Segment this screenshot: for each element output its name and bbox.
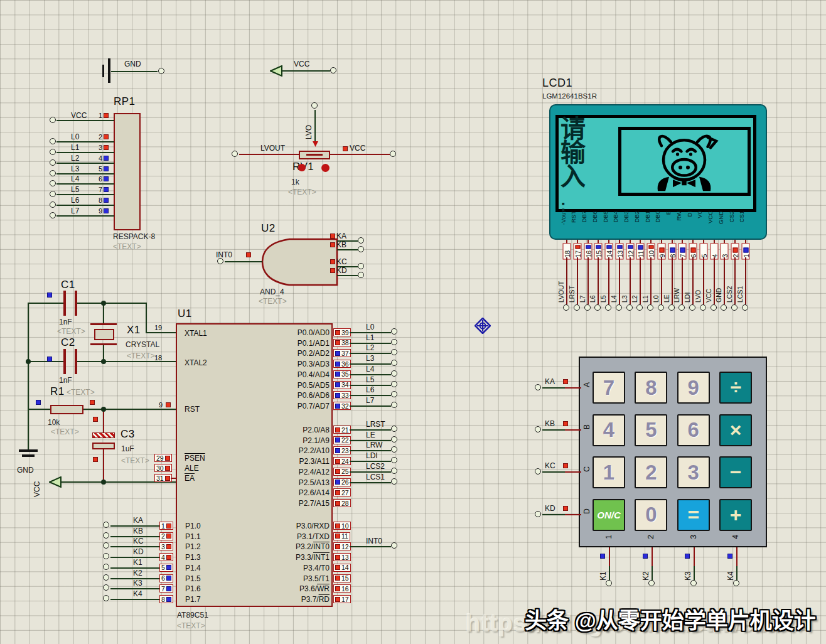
terminal-circle[interactable] bbox=[50, 191, 56, 197]
terminal-circle[interactable] bbox=[103, 532, 109, 539]
terminal-circle[interactable] bbox=[391, 468, 397, 474]
terminal-circle[interactable] bbox=[678, 304, 685, 311]
keypad-key[interactable]: 1 bbox=[593, 456, 625, 488]
r1-resistor[interactable] bbox=[50, 405, 83, 414]
terminal-circle[interactable] bbox=[391, 370, 397, 377]
keypad-key[interactable]: 7 bbox=[593, 372, 625, 404]
terminal-circle[interactable] bbox=[391, 457, 397, 463]
terminal-circle[interactable] bbox=[721, 304, 727, 311]
terminal-circle[interactable] bbox=[391, 349, 397, 355]
terminal-circle[interactable] bbox=[358, 246, 364, 252]
terminal-circle[interactable] bbox=[50, 117, 56, 123]
terminal-circle[interactable] bbox=[668, 304, 675, 311]
keypad-key[interactable]: + bbox=[719, 499, 752, 531]
pin-number: 7 bbox=[99, 186, 102, 193]
terminal-circle[interactable] bbox=[50, 159, 56, 166]
terminal-circle[interactable] bbox=[391, 360, 397, 366]
terminal-circle[interactable] bbox=[594, 304, 601, 311]
keypad-key[interactable]: 0 bbox=[635, 499, 667, 531]
terminal-circle[interactable] bbox=[574, 304, 580, 311]
terminal-circle[interactable] bbox=[616, 304, 622, 311]
lcd-pin-name: CS1 bbox=[738, 211, 746, 239]
u2-and-gate[interactable] bbox=[260, 238, 339, 287]
terminal-circle[interactable] bbox=[103, 553, 109, 559]
terminal-circle[interactable] bbox=[391, 391, 397, 397]
terminal-circle[interactable] bbox=[103, 542, 109, 549]
terminal-circle[interactable] bbox=[358, 237, 364, 244]
terminal-circle[interactable] bbox=[50, 212, 56, 218]
terminal-circle[interactable] bbox=[535, 468, 541, 475]
terminal-circle[interactable] bbox=[103, 574, 109, 581]
terminal-circle[interactable] bbox=[50, 170, 56, 176]
keypad-key[interactable]: 8 bbox=[635, 372, 667, 404]
x1-crystal[interactable] bbox=[94, 329, 114, 340]
terminal-circle[interactable] bbox=[391, 436, 397, 443]
terminal-circle[interactable] bbox=[391, 446, 397, 453]
vcc-power-terminal[interactable]: VCC bbox=[269, 58, 339, 80]
terminal-circle[interactable] bbox=[563, 304, 569, 311]
keypad-key[interactable]: − bbox=[719, 456, 752, 488]
terminal-circle[interactable] bbox=[391, 478, 397, 485]
keypad-key[interactable]: 3 bbox=[677, 456, 710, 488]
terminal-circle[interactable] bbox=[733, 580, 739, 586]
terminal-circle[interactable] bbox=[636, 304, 643, 311]
terminal-circle[interactable] bbox=[606, 580, 612, 586]
terminal-circle[interactable] bbox=[50, 180, 56, 186]
terminal-circle[interactable] bbox=[648, 580, 655, 586]
keypad-key[interactable]: ON/C bbox=[593, 499, 625, 531]
terminal-circle[interactable] bbox=[358, 263, 364, 269]
terminal-circle[interactable] bbox=[391, 339, 397, 345]
terminal-circle[interactable] bbox=[535, 511, 541, 517]
terminal-circle[interactable] bbox=[584, 304, 591, 311]
terminal-circle[interactable] bbox=[700, 304, 706, 311]
r1-value: 10k bbox=[48, 418, 60, 427]
terminal-circle[interactable] bbox=[103, 584, 109, 591]
terminal-circle[interactable] bbox=[103, 564, 109, 570]
lcd-pin-name: CS2 bbox=[727, 211, 736, 239]
keypad-key[interactable]: 9 bbox=[677, 372, 710, 404]
keypad-key[interactable]: 6 bbox=[677, 414, 710, 446]
net-label: K3 bbox=[684, 566, 692, 581]
terminal-circle[interactable] bbox=[391, 426, 397, 432]
terminal-circle[interactable] bbox=[232, 151, 238, 157]
keypad-key[interactable]: ÷ bbox=[719, 372, 752, 404]
terminal-circle[interactable] bbox=[311, 102, 318, 109]
terminal-circle[interactable] bbox=[689, 304, 695, 311]
terminal-circle[interactable] bbox=[535, 384, 541, 390]
c2-capacitor[interactable] bbox=[63, 349, 66, 374]
terminal-circle[interactable] bbox=[391, 328, 397, 335]
terminal-circle[interactable] bbox=[50, 149, 56, 155]
keypad-key[interactable]: = bbox=[677, 499, 710, 531]
gnd-power-terminal[interactable]: GND bbox=[100, 56, 169, 82]
terminal-circle[interactable] bbox=[647, 304, 653, 311]
terminal-circle[interactable] bbox=[50, 201, 56, 208]
terminal-circle[interactable] bbox=[690, 580, 697, 586]
watermark: 头条 @从零开始学单片机设计 bbox=[525, 603, 816, 635]
net-label: INT0 bbox=[366, 537, 382, 545]
terminal-circle[interactable] bbox=[390, 151, 396, 157]
terminal-circle[interactable] bbox=[391, 542, 397, 549]
terminal-circle[interactable] bbox=[358, 272, 364, 278]
terminal-circle[interactable] bbox=[391, 402, 397, 408]
lcd-pin-name: DB7 bbox=[580, 211, 589, 239]
keypad-key[interactable]: × bbox=[719, 414, 752, 446]
terminal-circle[interactable] bbox=[731, 304, 738, 311]
terminal-circle[interactable] bbox=[711, 304, 717, 311]
c3-capacitor[interactable] bbox=[92, 432, 115, 438]
terminal-circle[interactable] bbox=[330, 67, 336, 73]
terminal-circle[interactable] bbox=[535, 426, 541, 432]
terminal-circle[interactable] bbox=[626, 304, 633, 311]
terminal-circle[interactable] bbox=[391, 381, 397, 387]
keypad-key[interactable]: 4 bbox=[593, 414, 625, 446]
terminal-circle[interactable] bbox=[658, 304, 664, 311]
c1-capacitor[interactable] bbox=[63, 291, 66, 316]
terminal-circle[interactable] bbox=[103, 522, 109, 528]
keypad-key[interactable]: 5 bbox=[635, 414, 667, 446]
terminal-circle[interactable] bbox=[605, 304, 611, 311]
terminal-circle[interactable] bbox=[103, 595, 109, 601]
rp1-body[interactable] bbox=[114, 113, 141, 230]
terminal-circle[interactable] bbox=[158, 68, 164, 74]
terminal-circle[interactable] bbox=[742, 304, 748, 311]
keypad-key[interactable]: 2 bbox=[635, 456, 667, 488]
terminal-circle[interactable] bbox=[50, 138, 56, 144]
